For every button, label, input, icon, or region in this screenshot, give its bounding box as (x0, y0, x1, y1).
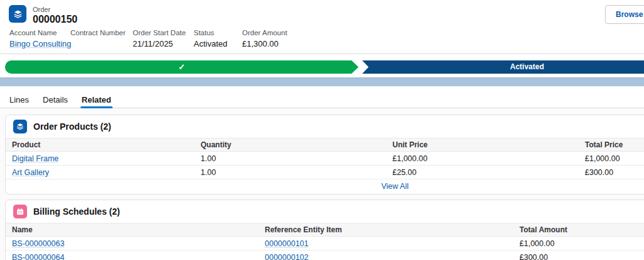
table-header-row: NameReference Entity ItemTotal Amount (6, 223, 644, 237)
field-label: Contract Number (70, 29, 126, 37)
order-products-card: Order Products (2) ProductQuantityUnit P… (5, 115, 644, 195)
tab-lines[interactable]: Lines (8, 92, 30, 108)
field-account-name: Account Name Bingo Consulting (9, 29, 71, 48)
column-header: Total Price (579, 138, 644, 151)
order-products-icon (13, 120, 27, 133)
table-header-row: ProductQuantityUnit PriceTotal Price (6, 138, 644, 152)
table-cell: £300.00 (513, 251, 644, 260)
table-cell: BS-000000064 (6, 251, 258, 260)
field-value (70, 39, 126, 48)
table-cell: £1,000.00 (579, 152, 644, 165)
app-window: Order 00000150 Browse Catalog Account Na… (0, 0, 644, 260)
path-completed-stage[interactable] (5, 60, 352, 74)
table-row: BS-0000000630000000101£1,000.00 (6, 237, 644, 251)
table-row: Art Gallery1.00£25.00£300.00 (6, 166, 644, 179)
record-link[interactable]: 0000000101 (265, 239, 309, 248)
path-completed-stage-arrow (352, 60, 358, 74)
field-label: Order Start Date (133, 29, 186, 37)
path-current-stage[interactable] (362, 60, 644, 74)
table-cell: 0000000101 (258, 237, 513, 250)
record-title: 00000150 (33, 14, 77, 25)
column-header: Name (6, 223, 258, 236)
record-link[interactable]: Digital Frame (12, 154, 58, 163)
billing-schedules-table: NameReference Entity ItemTotal AmountBS-… (6, 223, 644, 260)
column-header: Product (6, 138, 194, 151)
column-header: Total Amount (513, 223, 644, 236)
field-order-start-date: Order Start Date 21/11/2025 (133, 29, 186, 48)
billing-schedules-card: Billing Schedules (2) NameReference Enti… (5, 200, 644, 260)
card-title: Order Products (2) (33, 122, 111, 132)
table-cell: Art Gallery (6, 166, 194, 179)
collapsed-detail-band (0, 77, 644, 86)
field-label: Order Amount (242, 29, 287, 37)
view-all-link[interactable]: View All (381, 182, 409, 191)
table-cell: £1,000.00 (386, 152, 579, 165)
related-lists-area: Order Products (2) ProductQuantityUnit P… (0, 108, 644, 260)
field-status: Status Activated (194, 29, 227, 48)
field-value: 21/11/2025 (133, 39, 186, 48)
field-value: Activated (194, 39, 227, 48)
layers-icon (16, 122, 25, 131)
account-link[interactable]: Bingo Consulting (9, 39, 71, 48)
field-label: Account Name (9, 29, 71, 37)
browse-catalog-button[interactable]: Browse Catalog (605, 5, 644, 24)
record-link[interactable]: BS-000000063 (12, 239, 64, 248)
table-cell: 0000000102 (258, 251, 513, 260)
table-cell: £25.00 (386, 166, 579, 179)
card-header: Order Products (2) (6, 115, 644, 138)
view-all-row: View All (6, 179, 644, 194)
calendar-icon (16, 207, 25, 216)
object-label: Order (33, 6, 77, 13)
column-header: Reference Entity Item (258, 223, 513, 236)
table-cell: £1,000.00 (513, 237, 644, 250)
table-cell: £300.00 (579, 166, 644, 179)
record-link[interactable]: 0000000102 (265, 253, 309, 260)
field-contract-number: Contract Number (70, 29, 126, 48)
column-header: Quantity (194, 138, 386, 151)
billing-schedules-icon (13, 205, 27, 218)
record-link[interactable]: Art Gallery (12, 168, 49, 177)
card-header: Billing Schedules (2) (6, 200, 644, 223)
table-row: Digital Frame1.00£1,000.00£1,000.00 (6, 152, 644, 166)
order-products-table: ProductQuantityUnit PriceTotal PriceDigi… (6, 138, 644, 179)
order-object-icon (9, 5, 26, 23)
record-header: Order 00000150 (9, 5, 77, 25)
card-title: Billing Schedules (2) (33, 206, 120, 217)
field-order-amount: Order Amount £1,300.00 (242, 29, 287, 48)
tab-details[interactable]: Details (42, 92, 69, 108)
layers-icon (13, 9, 23, 20)
field-value: £1,300.00 (242, 39, 287, 48)
table-row: BS-0000000640000000102£300.00 (6, 251, 644, 260)
record-tabs: Lines Details Related (0, 92, 644, 108)
table-cell: Digital Frame (6, 152, 194, 165)
tab-related[interactable]: Related (80, 92, 113, 108)
table-cell: 1.00 (194, 166, 386, 179)
table-cell: BS-000000063 (6, 237, 258, 250)
table-cell: 1.00 (194, 152, 386, 165)
field-label: Status (194, 29, 227, 37)
record-link[interactable]: BS-000000064 (12, 253, 64, 260)
column-header: Unit Price (386, 138, 579, 151)
status-path: ✓ Activated (0, 60, 644, 74)
record-highlights-panel: Order 00000150 Browse Catalog Account Na… (0, 0, 644, 54)
